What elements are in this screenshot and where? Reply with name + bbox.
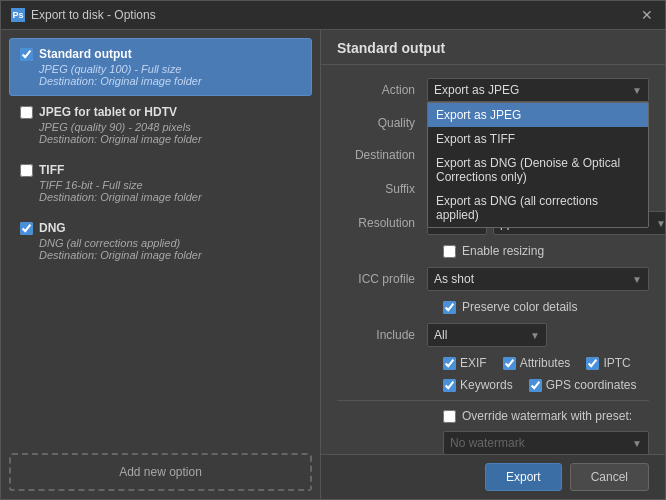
footer: Export Cancel: [321, 454, 665, 499]
cancel-button[interactable]: Cancel: [570, 463, 649, 491]
icc-value: As shot: [434, 272, 474, 286]
right-panel-body: Action Export as JPEG ▼ Export as JPEG E…: [321, 65, 665, 454]
iptc-checkbox[interactable]: [586, 357, 599, 370]
include-checks-row2: Keywords GPS coordinates: [321, 374, 665, 396]
preset-item-dng[interactable]: DNG DNG (all corrections applied) Destin…: [9, 212, 312, 270]
preset-detail2-standard-output: Destination: Original image folder: [20, 75, 301, 87]
preset-detail2-tiff: Destination: Original image folder: [20, 191, 301, 203]
preset-detail1-jpeg-tablet: JPEG (quality 90) - 2048 pixels: [20, 121, 301, 133]
app-icon: Ps: [11, 8, 25, 22]
watermark-select[interactable]: No watermark ▼: [443, 431, 649, 454]
titlebar: Ps Export to disk - Options ✕: [1, 1, 665, 30]
add-new-option-button[interactable]: Add new option: [9, 453, 312, 491]
include-row: Include All ▼: [321, 318, 665, 352]
action-select[interactable]: Export as JPEG ▼: [427, 78, 649, 102]
action-dropdown-menu: Export as JPEG Export as TIFF Export as …: [427, 102, 649, 228]
gps-checkbox[interactable]: [529, 379, 542, 392]
export-button[interactable]: Export: [485, 463, 562, 491]
iptc-label: IPTC: [603, 356, 630, 370]
action-row: Action Export as JPEG ▼ Export as JPEG E…: [321, 73, 665, 107]
preset-header: JPEG for tablet or HDTV: [20, 105, 301, 119]
action-selected-value: Export as JPEG: [434, 83, 519, 97]
keywords-check: Keywords: [443, 378, 513, 392]
preset-detail1-dng: DNG (all corrections applied): [20, 237, 301, 249]
action-dropdown-wrapper: Export as JPEG ▼ Export as JPEG Export a…: [427, 78, 649, 102]
preset-checkbox-tiff[interactable]: [20, 164, 33, 177]
watermark-placeholder: No watermark: [450, 436, 525, 450]
preserve-color-checkbox[interactable]: [443, 301, 456, 314]
preset-name-tiff: TIFF: [39, 163, 64, 177]
icc-label: ICC profile: [337, 272, 427, 286]
preset-header: Standard output: [20, 47, 301, 61]
include-control: All ▼: [427, 323, 649, 347]
preset-detail2-jpeg-tablet: Destination: Original image folder: [20, 133, 301, 145]
enable-resizing-checkbox[interactable]: [443, 245, 456, 258]
close-button[interactable]: ✕: [639, 7, 655, 23]
icc-control: As shot ▼: [427, 267, 649, 291]
include-value: All: [434, 328, 447, 342]
watermark-override-checkbox[interactable]: [443, 410, 456, 423]
exif-checkbox[interactable]: [443, 357, 456, 370]
action-option-dng-denoise[interactable]: Export as DNG (Denoise & Optical Correct…: [428, 151, 648, 189]
main-window: Ps Export to disk - Options ✕ Standard o…: [0, 0, 666, 500]
titlebar-left: Ps Export to disk - Options: [11, 8, 156, 22]
exif-label: EXIF: [460, 356, 487, 370]
include-checks-row1: EXIF Attributes IPTC: [321, 352, 665, 374]
right-panel-title: Standard output: [321, 30, 665, 65]
preset-name-dng: DNG: [39, 221, 66, 235]
preset-header: DNG: [20, 221, 301, 235]
watermark-override-label: Override watermark with preset:: [462, 409, 632, 423]
enable-resizing-row: Enable resizing: [321, 240, 665, 262]
attributes-checkbox[interactable]: [503, 357, 516, 370]
add-button-container: Add new option: [9, 445, 312, 491]
action-option-dng-all[interactable]: Export as DNG (all corrections applied): [428, 189, 648, 227]
preset-name-jpeg-tablet: JPEG for tablet or HDTV: [39, 105, 177, 119]
icc-arrow: ▼: [632, 274, 642, 285]
preset-checkbox-jpeg-tablet[interactable]: [20, 106, 33, 119]
preset-item-standard-output[interactable]: Standard output JPEG (quality 100) - Ful…: [9, 38, 312, 96]
include-arrow: ▼: [530, 330, 540, 341]
resolution-unit-arrow: ▼: [656, 218, 665, 229]
destination-label: Destination: [337, 148, 427, 162]
gps-check: GPS coordinates: [529, 378, 637, 392]
include-label: Include: [337, 328, 427, 342]
action-control: Export as JPEG ▼ Export as JPEG Export a…: [427, 78, 649, 102]
attributes-label: Attributes: [520, 356, 571, 370]
icc-row: ICC profile As shot ▼: [321, 262, 665, 296]
iptc-check: IPTC: [586, 356, 630, 370]
preset-header: TIFF: [20, 163, 301, 177]
preset-item-jpeg-tablet[interactable]: JPEG for tablet or HDTV JPEG (quality 90…: [9, 96, 312, 154]
action-option-jpeg[interactable]: Export as JPEG: [428, 103, 648, 127]
left-panel: Standard output JPEG (quality 100) - Ful…: [1, 30, 321, 499]
preset-name-standard-output: Standard output: [39, 47, 132, 61]
keywords-label: Keywords: [460, 378, 513, 392]
preset-list: Standard output JPEG (quality 100) - Ful…: [9, 38, 312, 270]
exif-check: EXIF: [443, 356, 487, 370]
enable-resizing-label: Enable resizing: [462, 244, 544, 258]
resolution-label: Resolution: [337, 216, 427, 230]
preserve-color-label: Preserve color details: [462, 300, 577, 314]
watermark-override-row: Override watermark with preset:: [321, 405, 665, 427]
icc-select[interactable]: As shot ▼: [427, 267, 649, 291]
preset-detail1-standard-output: JPEG (quality 100) - Full size: [20, 63, 301, 75]
include-select[interactable]: All ▼: [427, 323, 547, 347]
watermark-select-row: No watermark ▼: [321, 427, 665, 454]
preset-detail1-tiff: TIFF 16-bit - Full size: [20, 179, 301, 191]
main-content: Standard output JPEG (quality 100) - Ful…: [1, 30, 665, 499]
action-option-tiff[interactable]: Export as TIFF: [428, 127, 648, 151]
gps-label: GPS coordinates: [546, 378, 637, 392]
preset-checkbox-dng[interactable]: [20, 222, 33, 235]
separator: [337, 400, 649, 401]
action-label: Action: [337, 83, 427, 97]
right-panel: Standard output Action Export as JPEG ▼ …: [321, 30, 665, 499]
preset-detail2-dng: Destination: Original image folder: [20, 249, 301, 261]
suffix-label: Suffix: [337, 182, 427, 196]
watermark-arrow: ▼: [632, 438, 642, 449]
preset-checkbox-standard-output[interactable]: [20, 48, 33, 61]
keywords-checkbox[interactable]: [443, 379, 456, 392]
action-dropdown-arrow: ▼: [632, 85, 642, 96]
attributes-check: Attributes: [503, 356, 571, 370]
window-title: Export to disk - Options: [31, 8, 156, 22]
preset-item-tiff[interactable]: TIFF TIFF 16-bit - Full size Destination…: [9, 154, 312, 212]
preserve-color-row: Preserve color details: [321, 296, 665, 318]
